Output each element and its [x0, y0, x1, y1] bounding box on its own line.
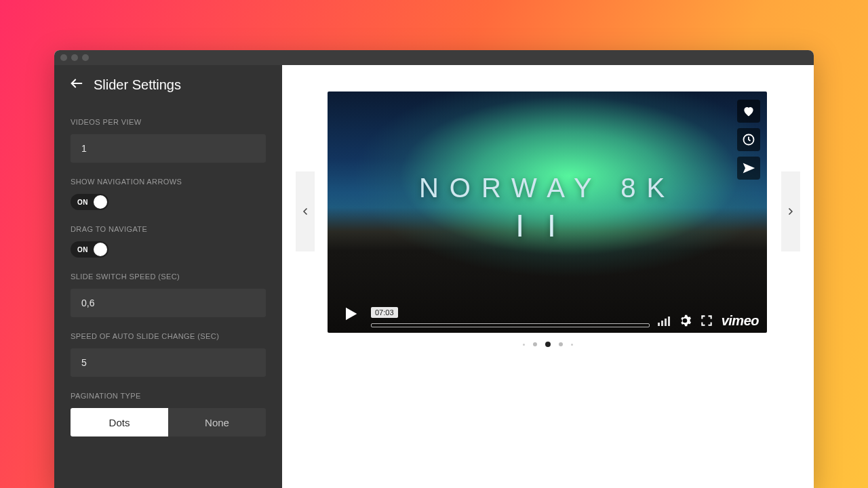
label-drag-nav: Drag to Navigate [71, 225, 266, 233]
dot-2[interactable] [545, 342, 551, 347]
chevron-right-icon [785, 206, 796, 217]
field-show-arrows: Show Navigation Arrows ON [71, 178, 266, 210]
sidebar-header: Slider Settings [54, 65, 282, 106]
input-auto-speed[interactable] [71, 348, 266, 377]
watch-later-button[interactable] [737, 128, 760, 151]
label-pagination-type: Pagination Type [71, 392, 266, 400]
label-videos-per-view: Videos per View [71, 118, 266, 126]
traffic-minimize[interactable] [71, 54, 78, 61]
toggle-show-arrows-state: ON [72, 199, 94, 206]
video-settings-button[interactable] [678, 314, 692, 327]
share-button[interactable] [737, 157, 760, 180]
send-icon [742, 161, 755, 175]
traffic-zoom[interactable] [82, 54, 89, 61]
label-show-arrows: Show Navigation Arrows [71, 178, 266, 186]
segmented-pagination: Dots None [71, 408, 266, 436]
like-button[interactable] [737, 100, 760, 123]
dot-3[interactable] [559, 342, 563, 346]
field-pagination-type: Pagination Type Dots None [71, 392, 266, 436]
provider-logo[interactable]: vimeo [722, 313, 759, 329]
settings-sidebar: Slider Settings Videos per View Show Nav… [54, 65, 282, 488]
progress-bar[interactable] [371, 323, 650, 327]
volume-bars-icon [658, 315, 670, 326]
input-videos-per-view[interactable] [71, 134, 266, 163]
clock-icon [742, 133, 755, 146]
play-button[interactable] [338, 302, 363, 326]
field-switch-speed: Slide Switch Speed (sec) [71, 272, 266, 317]
dot-1[interactable] [533, 342, 537, 346]
toggle-knob [94, 243, 107, 256]
dot-0[interactable] [523, 344, 525, 346]
toggle-drag-nav[interactable]: ON [71, 241, 108, 258]
window-titlebar [54, 50, 814, 65]
field-videos-per-view: Videos per View [71, 118, 266, 163]
label-switch-speed: Slide Switch Speed (sec) [71, 272, 266, 281]
time-tooltip: 07:03 [371, 307, 398, 318]
field-auto-speed: Speed of Auto Slide Change (sec) [71, 332, 266, 377]
slider-prev-button[interactable] [296, 171, 315, 251]
svg-marker-2 [346, 308, 357, 321]
fullscreen-button[interactable] [700, 314, 713, 327]
pagination-dots [282, 342, 814, 347]
app-window: Slider Settings Videos per View Show Nav… [54, 50, 814, 488]
label-auto-speed: Speed of Auto Slide Change (sec) [71, 332, 266, 340]
back-icon[interactable] [69, 76, 84, 94]
progress-wrap: 07:03 [371, 308, 650, 327]
toggle-knob [94, 195, 107, 209]
video-title-line2: II [328, 207, 767, 244]
video-player[interactable]: NORWAY 8K II [328, 92, 767, 333]
play-icon [341, 304, 360, 323]
volume-button[interactable] [658, 315, 670, 327]
heart-icon [742, 104, 755, 118]
field-drag-nav: Drag to Navigate ON [71, 225, 266, 258]
video-title-line1: NORWAY 8K [419, 173, 675, 203]
fullscreen-icon [700, 314, 713, 327]
preview-pane: NORWAY 8K II [282, 65, 814, 488]
video-title: NORWAY 8K II [328, 173, 767, 244]
gear-icon [678, 314, 692, 327]
toggle-show-arrows[interactable]: ON [71, 194, 108, 210]
sidebar-title: Slider Settings [94, 77, 181, 93]
slider-next-button[interactable] [781, 171, 800, 251]
dot-4[interactable] [571, 344, 573, 346]
seg-option-none[interactable]: None [168, 408, 266, 436]
chevron-left-icon [300, 206, 311, 217]
input-switch-speed[interactable] [71, 289, 266, 317]
video-control-bar: 07:03 vimeo [328, 293, 767, 333]
video-side-actions [737, 100, 760, 180]
toggle-drag-nav-state: ON [72, 246, 94, 253]
seg-option-dots[interactable]: Dots [71, 408, 168, 436]
traffic-close[interactable] [60, 54, 67, 61]
